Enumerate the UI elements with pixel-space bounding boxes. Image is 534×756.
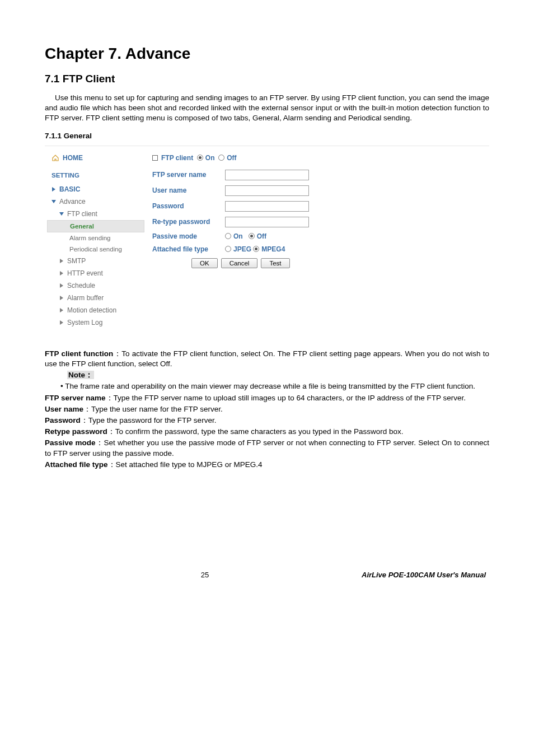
chevron-right-icon: [59, 320, 67, 325]
ok-button[interactable]: OK: [191, 258, 218, 268]
desc-pass-text: ：Type the password for the FTP server.: [81, 416, 217, 424]
server-name-input[interactable]: [225, 170, 309, 180]
description-block: FTP client function：To activate the FTP …: [45, 349, 489, 470]
note-bullet: • The frame rate and operability on the …: [45, 381, 489, 391]
desc-attached-text: ：Set attached file type to MJPEG or MPEG…: [108, 460, 263, 469]
settings-ui: HOME SETTING BASIC Advance FTP client Ge…: [45, 146, 489, 334]
user-name-label: User name: [152, 186, 225, 194]
home-icon: [51, 155, 59, 161]
chevron-right-icon: [59, 308, 67, 312]
ftp-client-toggle-row: FTP client On Off: [152, 154, 484, 162]
desc-retype-text: ：To confirm the password, type the same …: [107, 427, 404, 436]
chevron-down-icon: [51, 199, 59, 204]
passive-mode-label: Passive mode: [152, 232, 225, 240]
server-name-label: FTP server name: [152, 171, 225, 179]
radio-mpeg4-label: MPEG4: [261, 245, 285, 253]
chevron-right-icon: [59, 259, 67, 263]
page-footer: 25 AirLive POE-100CAM User's Manual: [45, 571, 489, 579]
desc-passive-text: ：Set whether you use the passive mode of…: [45, 438, 489, 457]
password-label: Password: [152, 202, 225, 210]
desc-server-label: FTP server name: [45, 394, 106, 402]
sidebar-item-general[interactable]: General: [47, 220, 144, 232]
desc-user-label: User name: [45, 405, 83, 413]
sidebar-item-label: General: [70, 223, 94, 230]
setting-label: SETTING: [47, 171, 144, 183]
sidebar-item-smtp[interactable]: SMTP: [47, 255, 144, 267]
sidebar-item-motion-detection[interactable]: Motion detection: [47, 304, 144, 316]
form-panel: FTP client On Off FTP server name User n…: [147, 146, 489, 334]
radio-off[interactable]: [218, 155, 224, 161]
radio-off-label: Off: [227, 154, 236, 162]
desc-attached-label: Attached file type: [45, 460, 108, 469]
retype-password-label: Re-type password: [152, 218, 225, 226]
user-name-input[interactable]: [225, 185, 309, 196]
radio-mpeg4[interactable]: [253, 246, 259, 252]
sidebar-item-system-log[interactable]: System Log: [47, 316, 144, 329]
sidebar-item-advance[interactable]: Advance: [47, 195, 144, 208]
desc-ftp-client-label: FTP client function: [45, 349, 113, 358]
sidebar-item-periodical-sending[interactable]: Periodical sending: [47, 244, 144, 255]
radio-passive-on[interactable]: [225, 233, 231, 239]
radio-jpeg-label: JPEG: [233, 245, 251, 253]
sidebar-item-http-event[interactable]: HTTP event: [47, 267, 144, 279]
sidebar-item-label: Alarm sending: [69, 235, 111, 241]
cancel-button[interactable]: Cancel: [221, 258, 258, 268]
sidebar-item-label: Alarm buffer: [67, 294, 104, 302]
test-button[interactable]: Test: [261, 258, 289, 268]
sidebar-item-label: System Log: [67, 319, 102, 326]
sidebar-item-label: HTTP event: [67, 269, 103, 277]
chevron-right-icon: [59, 271, 67, 276]
chapter-heading: Chapter 7. Advance: [45, 45, 489, 63]
checkbox-icon[interactable]: [152, 155, 158, 161]
sidebar-item-alarm-sending[interactable]: Alarm sending: [47, 232, 144, 244]
attached-type-label: Attached file type: [152, 245, 225, 253]
sidebar-item-basic[interactable]: BASIC: [47, 183, 144, 195]
sidebar-item-label: BASIC: [59, 185, 80, 193]
desc-retype-label: Retype password: [45, 427, 107, 436]
note-label: Note：: [67, 371, 94, 379]
password-input[interactable]: [225, 201, 309, 212]
radio-passive-off-label: Off: [257, 232, 266, 240]
sidebar-item-label: FTP client: [67, 210, 97, 218]
chevron-down-icon: [59, 212, 67, 216]
sidebar-item-alarm-buffer[interactable]: Alarm buffer: [47, 292, 144, 304]
desc-passive-label: Passive mode: [45, 438, 96, 447]
sidebar-item-ftp-client[interactable]: FTP client: [47, 208, 144, 220]
chevron-right-icon: [59, 283, 67, 288]
retype-password-input[interactable]: [225, 217, 309, 227]
sidebar-item-label: Motion detection: [67, 306, 116, 314]
chevron-right-icon: [51, 187, 59, 192]
section-heading: 7.1 FTP Client: [45, 73, 489, 85]
intro-paragraph: Use this menu to set up for capturing an…: [45, 93, 489, 124]
radio-on[interactable]: [197, 155, 203, 161]
home-label: HOME: [63, 154, 83, 162]
sidebar-item-label: Schedule: [67, 282, 95, 290]
desc-user-text: ：Type the user name for the FTP server.: [83, 405, 223, 413]
sidebar-item-label: SMTP: [67, 257, 86, 265]
radio-on-label: On: [205, 154, 215, 162]
radio-passive-on-label: On: [233, 232, 243, 240]
subsection-heading: 7.1.1 General: [45, 132, 489, 140]
desc-pass-label: Password: [45, 416, 81, 424]
manual-title: AirLive POE-100CAM User's Manual: [362, 571, 486, 579]
sidebar-item-label: Advance: [59, 198, 86, 206]
page-number: 25: [201, 571, 209, 579]
sidebar: HOME SETTING BASIC Advance FTP client Ge…: [45, 146, 147, 334]
sidebar-item-label: Periodical sending: [69, 246, 122, 253]
home-link[interactable]: HOME: [47, 152, 144, 171]
sidebar-item-schedule[interactable]: Schedule: [47, 279, 144, 292]
radio-jpeg[interactable]: [225, 246, 231, 252]
chevron-right-icon: [59, 296, 67, 300]
ftp-client-label: FTP client: [161, 154, 193, 162]
desc-server-text: ：Type the FTP server name to upload stil…: [106, 394, 466, 402]
radio-passive-off[interactable]: [249, 233, 255, 239]
